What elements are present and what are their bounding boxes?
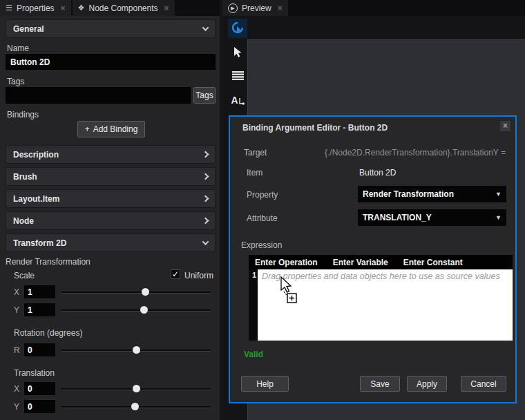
tab-node-components[interactable]: ❖ Node Components × [73, 0, 175, 16]
interact-tool-button[interactable] [228, 19, 247, 38]
rotation-r-slider[interactable] [61, 350, 211, 352]
slider-thumb[interactable] [133, 346, 140, 354]
text-tool-icon: A [231, 95, 238, 106]
section-description-label: Description [13, 150, 59, 160]
uniform-label: Uniform [184, 271, 213, 280]
tags-input[interactable] [6, 87, 191, 104]
cancel-button[interactable]: Cancel [461, 376, 506, 392]
bindings-label: Bindings [7, 110, 39, 120]
attribute-label: Attribute [247, 213, 278, 223]
target-label: Target [244, 148, 267, 158]
slider-thumb[interactable] [133, 385, 140, 392]
scale-y-slider[interactable] [61, 309, 211, 312]
uniform-checkbox[interactable]: ✓ [171, 269, 180, 279]
select-tool-button[interactable] [228, 42, 247, 61]
section-general-label: General [13, 24, 44, 34]
drag-cursor-icon [278, 276, 302, 305]
enter-variable-button[interactable]: Enter Variable [333, 258, 388, 267]
translation-y-slider[interactable] [61, 406, 211, 408]
expression-toolbar: Enter Operation Enter Variable Enter Con… [249, 255, 513, 269]
section-layout-item-label: Layout.Item [13, 194, 59, 204]
scale-y-input[interactable] [23, 303, 56, 317]
chevron-right-icon [202, 195, 209, 202]
node-link-icon [239, 98, 245, 106]
tab-preview-label: Preview [242, 3, 271, 13]
properties-panel: General Name Tags Tags Bindings + Add Bi… [0, 16, 220, 420]
tab-properties-label: Properties [17, 3, 55, 13]
close-icon[interactable]: × [61, 3, 66, 13]
scale-x-input[interactable] [23, 285, 56, 299]
dialog-title: Binding Argument Editor - Button 2D [242, 123, 388, 133]
click-select-icon [231, 21, 245, 35]
section-layout-item[interactable]: Layout.Item [6, 189, 216, 208]
name-label: Name [7, 44, 29, 53]
text-analyze-tool-button[interactable]: A [228, 90, 247, 110]
tab-node-components-label: Node Components [88, 3, 158, 13]
left-panel-tabbar: ☰ Properties × ❖ Node Components × [0, 0, 220, 16]
section-node[interactable]: Node [6, 211, 216, 230]
play-icon: ▶ [228, 3, 238, 13]
translation-label: Translation [14, 368, 55, 378]
help-button[interactable]: Help [241, 376, 289, 392]
translation-x-axis-label: X [14, 384, 19, 394]
chevron-right-icon [202, 173, 209, 180]
target-value: {./Node2D.RenderTransformation}.Translat… [325, 148, 506, 158]
add-binding-button[interactable]: + Add Binding [77, 121, 145, 137]
line-number: 1 [249, 269, 258, 341]
section-node-label: Node [13, 216, 34, 226]
section-description[interactable]: Description [6, 145, 216, 164]
section-general[interactable]: General [6, 19, 216, 38]
dialog-close-button[interactable]: × [500, 121, 510, 131]
node-components-icon: ❖ [78, 3, 85, 12]
chevron-right-icon [202, 218, 209, 225]
section-transform-2d[interactable]: Transform 2D [6, 233, 216, 252]
rotation-r-input[interactable] [23, 343, 56, 357]
preview-tabbar: ▶ Preview × [222, 0, 525, 16]
attribute-dropdown[interactable]: TRANSLATION_Y ▼ [358, 209, 506, 226]
validation-status: Valid [244, 350, 263, 359]
item-label: Item [247, 168, 262, 178]
render-transformation-label: Render Transformation [6, 257, 90, 267]
enter-constant-button[interactable]: Enter Constant [403, 258, 463, 267]
section-brush[interactable]: Brush [6, 167, 216, 186]
name-input[interactable] [6, 54, 216, 70]
attribute-dropdown-value: TRANSLATION_Y [363, 213, 432, 222]
slider-thumb[interactable] [131, 403, 139, 410]
close-icon[interactable]: × [278, 3, 283, 13]
scale-x-slider[interactable] [61, 292, 211, 294]
rotation-label: Rotation (degrees) [14, 328, 82, 338]
item-value: Button 2D [359, 168, 396, 178]
expression-label: Expression [241, 240, 282, 250]
add-binding-label: Add Binding [93, 124, 138, 134]
translation-x-slider[interactable] [61, 388, 211, 390]
translation-x-input[interactable] [23, 381, 56, 396]
table-icon [232, 71, 244, 80]
grid-tool-button[interactable] [228, 66, 247, 85]
enter-operation-button[interactable]: Enter Operation [255, 258, 318, 267]
slider-thumb[interactable] [142, 288, 149, 296]
scale-y-axis-label: Y [14, 305, 19, 315]
property-dropdown-value: Render Transformation [363, 189, 454, 199]
plus-icon: + [85, 124, 90, 134]
property-label: Property [247, 190, 278, 200]
rotation-r-axis-label: R [14, 345, 20, 355]
chevron-down-icon [202, 24, 209, 31]
save-button[interactable]: Save [360, 376, 400, 392]
dropdown-arrow-icon: ▼ [495, 214, 502, 221]
tags-button[interactable]: Tags [193, 87, 216, 104]
list-icon: ☰ [6, 3, 12, 12]
tab-preview[interactable]: ▶ Preview × [222, 0, 288, 16]
tab-properties[interactable]: ☰ Properties × [0, 0, 71, 16]
translation-y-input[interactable] [23, 399, 56, 414]
binding-argument-editor-dialog: Binding Argument Editor - Button 2D × Ta… [229, 115, 517, 403]
close-icon[interactable]: × [164, 3, 169, 13]
tags-label: Tags [7, 77, 24, 86]
scale-x-axis-label: X [14, 287, 19, 297]
section-brush-label: Brush [13, 172, 37, 182]
cursor-arrow-icon [233, 46, 243, 58]
slider-thumb[interactable] [140, 306, 148, 314]
translation-y-axis-label: Y [14, 402, 19, 412]
dropdown-arrow-icon: ▼ [495, 191, 502, 198]
apply-button[interactable]: Apply [407, 376, 447, 392]
property-dropdown[interactable]: Render Transformation ▼ [358, 186, 506, 202]
